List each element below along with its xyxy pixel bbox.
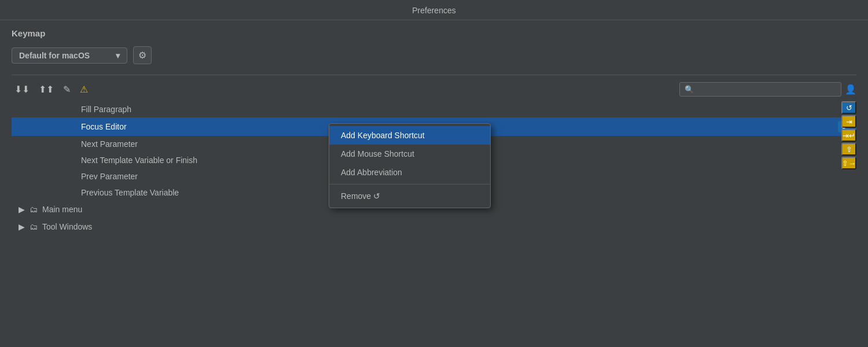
keymap-row: Default for macOS ▾ ⚙	[12, 46, 856, 64]
section-item-tool-windows[interactable]: ▶ 🗂 Tool Windows	[12, 218, 856, 235]
context-menu-item-label: Add Mouse Shortcut	[341, 149, 414, 158]
list-item-label: Focus Editor	[81, 122, 127, 131]
context-menu-item-add-mouse[interactable]: Add Mouse Shortcut	[329, 145, 490, 163]
list-item-label: Next Parameter	[81, 139, 138, 149]
edit-button[interactable]: ✎	[60, 82, 73, 97]
list-item-label: Next Template Variable or Finish	[81, 156, 197, 165]
list-item-label: Prev Parameter	[81, 172, 138, 181]
shortcut-restore-button[interactable]: ↺	[841, 101, 856, 114]
list-item-label: Previous Template Variable	[81, 188, 179, 197]
context-menu-item-label: Add Abbreviation	[341, 168, 402, 177]
list-item[interactable]: Fill Paragraph	[12, 101, 856, 117]
add-tab-button[interactable]: ⇥	[841, 115, 856, 128]
right-side-icons: ↺ ⇥ ⇥↵ ⇧ ⇧→	[841, 101, 856, 169]
context-menu-item-label: Remove ↺	[341, 191, 380, 201]
context-menu: Add Keyboard Shortcut Add Mouse Shortcut…	[329, 123, 491, 208]
title-bar: Preferences	[0, 0, 868, 20]
folder-icon: 🗂	[30, 222, 38, 231]
toolbar-row: ⬇⬇ ⬆⬆ ✎ ⚠ 👤	[12, 82, 856, 97]
chevron-down-icon: ▾	[116, 51, 120, 60]
chevron-right-icon: ▶	[19, 222, 25, 231]
context-menu-item-add-keyboard[interactable]: Add Keyboard Shortcut	[329, 126, 490, 145]
shift-button[interactable]: ⇧	[841, 143, 856, 156]
warning-icon: ⚠	[80, 84, 88, 94]
search-box: 👤	[679, 82, 856, 97]
keymap-dropdown[interactable]: Default for macOS ▾	[12, 47, 127, 64]
warning-button[interactable]: ⚠	[77, 82, 91, 97]
list-item-label: Fill Paragraph	[81, 105, 131, 114]
expand-all-icon: ⬇⬇	[14, 84, 30, 94]
section-item-label: Tool Windows	[42, 222, 92, 231]
add-tab-enter-button[interactable]: ⇥↵	[841, 129, 856, 142]
filter-user-button[interactable]: 👤	[845, 84, 856, 95]
search-input[interactable]	[679, 82, 841, 97]
chevron-right-icon: ▶	[19, 205, 25, 214]
divider	[12, 75, 856, 75]
context-menu-item-remove[interactable]: Remove ↺	[329, 187, 490, 205]
title-bar-text: Preferences	[412, 6, 455, 15]
section-item-label: Main menu	[42, 205, 82, 214]
expand-all-button[interactable]: ⬇⬇	[12, 82, 32, 97]
keymap-label: Keymap	[12, 28, 856, 38]
gear-button[interactable]: ⚙	[133, 46, 152, 64]
main-content: Keymap Default for macOS ▾ ⚙ ⬇⬇ ⬆⬆ ✎ ⚠ 👤	[0, 20, 868, 235]
context-menu-item-add-abbreviation[interactable]: Add Abbreviation	[329, 163, 490, 182]
folder-icon: 🗂	[30, 205, 38, 214]
collapse-all-icon: ⬆⬆	[39, 84, 54, 94]
keymap-dropdown-value: Default for macOS	[19, 51, 90, 60]
context-menu-separator	[329, 184, 490, 184]
list-container: Fill Paragraph Focus Editor ↺ Add Keyboa…	[12, 101, 856, 235]
context-menu-item-label: Add Keyboard Shortcut	[341, 131, 425, 140]
edit-icon: ✎	[63, 84, 71, 94]
shift-right-button[interactable]: ⇧→	[841, 157, 856, 169]
collapse-all-button[interactable]: ⬆⬆	[36, 82, 57, 97]
